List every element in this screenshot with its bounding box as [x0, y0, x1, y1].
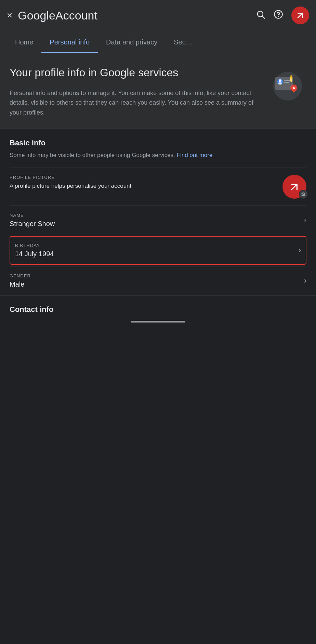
search-icon[interactable] [256, 10, 265, 22]
profile-pic-info: PROFILE PICTURE A profile picture helps … [10, 175, 282, 189]
svg-rect-9 [284, 80, 291, 81]
nav-tabs: Home Personal info Data and privacy Sec… [0, 31, 316, 53]
svg-point-12 [293, 87, 295, 89]
camera-icon [299, 190, 308, 199]
find-out-more-link[interactable]: Find out more [177, 152, 213, 158]
basic-info-section: Basic info Some info may be visible to o… [0, 129, 316, 296]
contact-info-title: Contact info [10, 305, 306, 314]
name-value: Stranger Show [10, 220, 304, 228]
hero-illustration [269, 66, 306, 103]
hero-title: Your profile info in Google services [10, 66, 262, 80]
svg-line-1 [262, 16, 264, 18]
hero-description: Personal info and options to manage it. … [10, 88, 262, 118]
gender-info: GENDER Male [10, 273, 304, 288]
profile-pic-label: PROFILE PICTURE [10, 175, 282, 180]
avatar[interactable] [291, 6, 309, 24]
name-label: NAME [10, 213, 304, 218]
name-row[interactable]: NAME Stranger Show › [10, 206, 306, 235]
gender-label: GENDER [10, 273, 304, 278]
birthday-chevron-icon: › [299, 246, 301, 255]
birthday-label: BIRTHDAY [15, 243, 299, 248]
profile-picture-row[interactable]: PROFILE PICTURE A profile picture helps … [10, 168, 306, 206]
help-icon[interactable] [274, 10, 283, 22]
top-icons [256, 6, 309, 24]
tab-data-privacy[interactable]: Data and privacy [98, 31, 166, 53]
home-indicator [0, 314, 316, 326]
basic-info-title: Basic info [10, 139, 306, 147]
tab-security[interactable]: Sec… [166, 31, 200, 53]
contact-info-section: Contact info [0, 295, 316, 314]
hero-text: Your profile info in Google services Per… [10, 66, 269, 118]
gender-row[interactable]: GENDER Male › [10, 266, 306, 295]
gender-chevron-icon: › [304, 276, 306, 285]
app-title-google: Google [18, 9, 55, 22]
svg-rect-10 [284, 82, 289, 83]
svg-point-14 [290, 75, 292, 78]
basic-info-desc: Some info may be visible to other people… [10, 151, 306, 160]
app-title: Google Account [18, 9, 256, 22]
top-bar: × Google Account [0, 0, 316, 31]
name-chevron-icon: › [304, 216, 306, 225]
hero-section: Your profile info in Google services Per… [0, 53, 316, 129]
profile-avatar[interactable] [282, 175, 306, 199]
birthday-info: BIRTHDAY 14 July 1994 [15, 243, 299, 258]
birthday-row[interactable]: BIRTHDAY 14 July 1994 › [10, 236, 306, 265]
svg-point-8 [278, 82, 282, 85]
tab-home[interactable]: Home [7, 31, 41, 53]
tab-personal-info[interactable]: Personal info [41, 31, 98, 53]
gender-value: Male [10, 280, 304, 288]
name-info: NAME Stranger Show [10, 213, 304, 228]
profile-pic-description: A profile picture helps personalise your… [10, 183, 282, 189]
svg-point-7 [279, 79, 281, 82]
app-title-account: Account [55, 9, 97, 22]
birthday-value: 14 July 1994 [15, 250, 299, 258]
home-bar [131, 321, 185, 323]
svg-point-3 [278, 16, 278, 16]
close-button[interactable]: × [7, 11, 12, 20]
